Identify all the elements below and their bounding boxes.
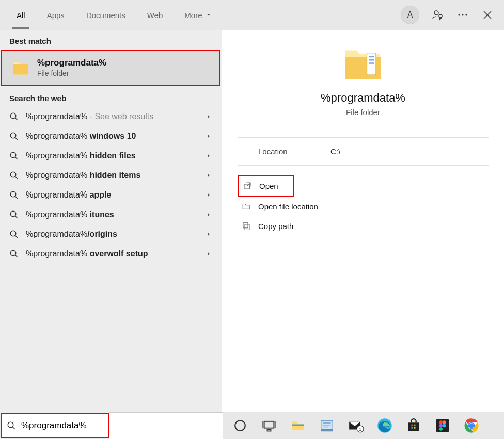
- tab-documents[interactable]: Documents: [80, 7, 132, 24]
- svg-rect-25: [321, 430, 333, 432]
- tab-apps[interactable]: Apps: [41, 7, 71, 24]
- cortana-icon[interactable]: [232, 418, 248, 433]
- best-match-result[interactable]: %programdata% File folder: [1, 50, 220, 86]
- search-box[interactable]: [1, 413, 109, 438]
- tab-web[interactable]: Web: [141, 7, 169, 24]
- chevron-right-icon: [205, 113, 212, 120]
- open-action-label: Open: [259, 182, 278, 190]
- microsoft-store-icon[interactable]: [406, 418, 421, 433]
- svg-text:1: 1: [359, 427, 361, 432]
- search-tabs-bar: All Apps Documents Web More A: [0, 0, 504, 30]
- chevron-right-icon: [205, 211, 212, 218]
- svg-rect-17: [244, 184, 250, 189]
- web-result[interactable]: %programdata%/origins: [0, 224, 222, 244]
- search-icon: [9, 190, 19, 200]
- tab-more-label: More: [184, 11, 202, 20]
- location-link[interactable]: C:\: [330, 147, 340, 156]
- svg-point-8: [10, 172, 16, 177]
- web-result-text: %programdata% - See web results: [26, 112, 205, 121]
- search-icon: [9, 171, 19, 180]
- best-match-heading: Best match: [0, 30, 222, 50]
- web-result-text: %programdata%/origins: [26, 230, 205, 239]
- svg-point-3: [462, 14, 463, 15]
- search-icon: [9, 132, 19, 141]
- web-result[interactable]: %programdata% - See web results: [0, 107, 222, 126]
- svg-point-5: [10, 113, 16, 119]
- svg-point-0: [434, 11, 438, 15]
- more-options-icon[interactable]: [456, 9, 469, 21]
- folder-open-icon: [342, 46, 384, 83]
- svg-point-20: [8, 422, 13, 428]
- preview-pane: %programdata% File folder Location C:\ O…: [222, 30, 504, 439]
- svg-rect-35: [411, 427, 413, 429]
- svg-rect-19: [243, 222, 248, 228]
- web-result-text: %programdata% overwolf setup: [26, 249, 205, 258]
- svg-point-7: [10, 152, 16, 158]
- svg-rect-33: [411, 425, 413, 427]
- task-view-icon[interactable]: [261, 418, 277, 433]
- svg-point-41: [443, 424, 446, 428]
- copy-path-label: Copy path: [258, 222, 293, 231]
- svg-rect-18: [245, 224, 249, 230]
- svg-point-39: [443, 420, 446, 424]
- chevron-right-icon: [205, 133, 212, 140]
- svg-rect-22: [264, 421, 274, 428]
- search-extra-space: [109, 412, 223, 439]
- preview-subtitle: File folder: [222, 108, 504, 117]
- file-explorer-icon[interactable]: [290, 418, 306, 433]
- web-result-text: %programdata% itunes: [26, 210, 205, 219]
- svg-rect-23: [267, 429, 271, 431]
- tab-all[interactable]: All: [10, 7, 32, 24]
- web-result[interactable]: %programdata% hidden files: [0, 146, 222, 166]
- chevron-right-icon: [205, 172, 212, 179]
- svg-point-42: [439, 427, 443, 431]
- web-result[interactable]: %programdata% hidden items: [0, 166, 222, 185]
- search-web-heading: Search the web: [0, 88, 222, 107]
- mail-icon[interactable]: 1: [348, 418, 364, 433]
- svg-rect-34: [414, 425, 416, 427]
- search-icon: [9, 230, 19, 239]
- open-file-location-action[interactable]: Open file location: [238, 197, 489, 216]
- avatar[interactable]: A: [401, 6, 419, 24]
- open-action[interactable]: Open: [238, 175, 294, 197]
- web-result[interactable]: %programdata% itunes: [0, 205, 222, 224]
- chevron-down-icon: [206, 12, 212, 18]
- web-result[interactable]: %programdata% windows 10: [0, 126, 222, 146]
- web-result-text: %programdata% windows 10: [26, 132, 205, 141]
- open-file-location-label: Open file location: [258, 202, 318, 211]
- svg-point-11: [10, 231, 16, 236]
- taskbar: 1: [223, 412, 504, 439]
- search-icon: [7, 421, 16, 430]
- svg-point-46: [469, 423, 474, 428]
- bottom-bar: 1: [0, 412, 504, 439]
- close-icon[interactable]: [481, 9, 494, 21]
- chevron-right-icon: [205, 152, 212, 159]
- svg-rect-36: [414, 427, 416, 429]
- preview-title: %programdata%: [222, 91, 504, 105]
- edge-icon[interactable]: [377, 418, 392, 433]
- web-result[interactable]: %programdata% apple: [0, 185, 222, 205]
- svg-point-40: [439, 424, 443, 428]
- folder-icon: [242, 202, 251, 211]
- web-result-text: %programdata% hidden items: [26, 171, 205, 180]
- svg-point-9: [10, 191, 16, 197]
- chrome-icon[interactable]: [464, 418, 479, 433]
- web-result-text: %programdata% apple: [26, 190, 205, 200]
- copy-icon: [242, 221, 251, 231]
- search-input[interactable]: [21, 420, 103, 431]
- web-result[interactable]: %programdata% overwolf setup: [0, 244, 222, 264]
- svg-point-38: [439, 420, 443, 424]
- search-icon: [9, 210, 19, 219]
- svg-point-4: [465, 14, 467, 15]
- figma-icon[interactable]: [435, 418, 450, 433]
- search-icon: [9, 112, 19, 121]
- svg-point-6: [10, 133, 16, 138]
- search-icon: [9, 151, 19, 160]
- wordpad-icon[interactable]: [319, 418, 335, 433]
- feedback-icon[interactable]: [432, 9, 444, 21]
- results-pane: Best match %programdata% File folder Sea…: [0, 30, 222, 439]
- copy-path-action[interactable]: Copy path: [238, 216, 489, 236]
- tab-more[interactable]: More: [178, 7, 217, 24]
- svg-point-2: [458, 14, 460, 15]
- svg-point-10: [10, 211, 16, 217]
